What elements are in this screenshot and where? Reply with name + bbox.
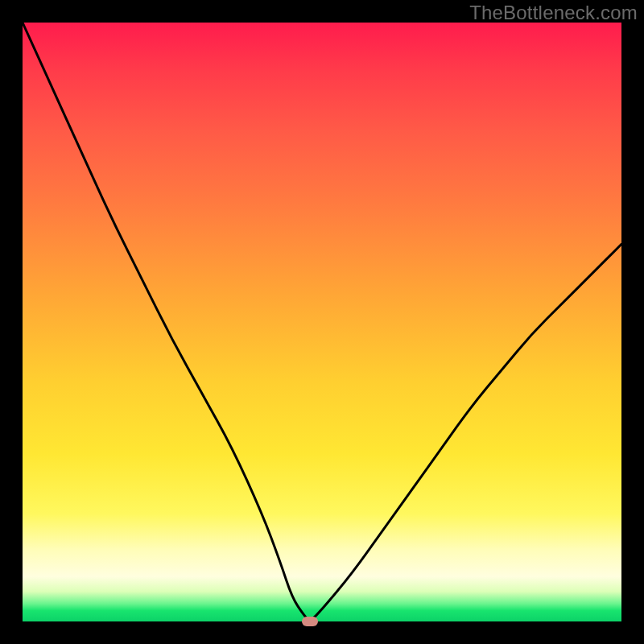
curve-svg xyxy=(23,23,621,621)
watermark-text: TheBottleneck.com xyxy=(469,2,638,24)
chart-frame: TheBottleneck.com xyxy=(0,0,644,644)
bottleneck-curve xyxy=(23,23,621,620)
plot-area xyxy=(23,23,621,621)
minimum-marker xyxy=(302,617,318,626)
